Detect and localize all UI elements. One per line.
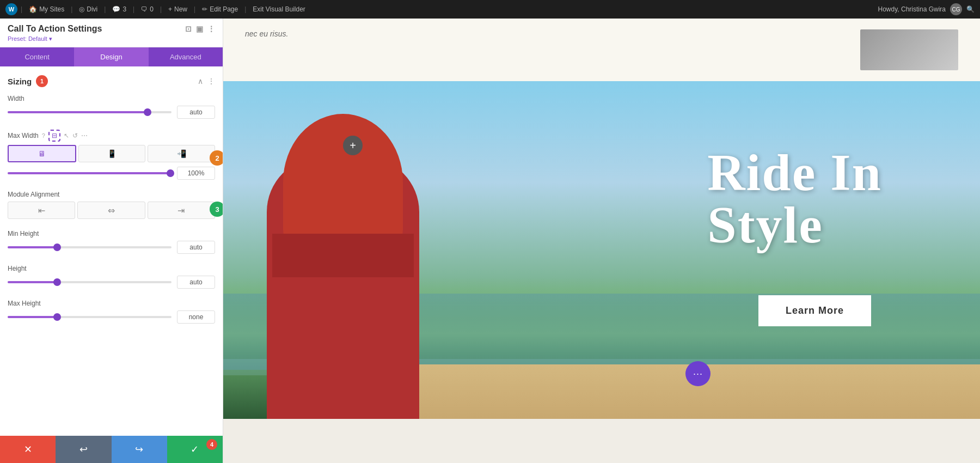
minimize-icon[interactable]: ⊡ xyxy=(185,25,192,33)
nav-divider-1: | xyxy=(21,5,22,13)
max-width-label-row: Max Width ? ⊟ ↖ ↺ ⋯ xyxy=(8,130,215,142)
step-badge-2: 2 xyxy=(210,150,223,166)
nav-divider-4: | xyxy=(133,5,134,13)
redo-button[interactable]: ↪ xyxy=(112,436,167,463)
user-avatar[interactable]: CG xyxy=(950,3,962,15)
hero-title-line1: Ride In xyxy=(707,147,882,199)
sidebar-title-icons: ⊡ ▣ ⋮ xyxy=(185,25,215,33)
max-height-slider-row: none xyxy=(8,310,215,324)
settings-tabs: Content Design Advanced xyxy=(0,47,223,66)
module-alignment-label: Module Alignment xyxy=(8,191,215,198)
hero-title-block: Ride In Style xyxy=(707,147,882,251)
canvas-top-text: nec eu risus. xyxy=(245,29,288,38)
wordpress-icon[interactable]: W xyxy=(5,3,17,15)
nav-new[interactable]: + New xyxy=(165,5,191,13)
notice-icon: 🗨 xyxy=(141,5,148,13)
comment-icon: 💬 xyxy=(112,5,120,13)
divi-icon: ◎ xyxy=(79,5,84,13)
width-slider-row: auto xyxy=(8,106,215,119)
sidebar-header: Call To Action Settings ⊡ ▣ ⋮ Preset: De… xyxy=(0,19,223,47)
nav-comments[interactable]: 💬 3 xyxy=(109,5,130,13)
align-center-btn[interactable]: ⇔ xyxy=(77,202,145,219)
responsive-mobile-btn[interactable]: 📲 xyxy=(148,145,215,162)
top-nav-right: Howdy, Christina Gwira CG 🔍 xyxy=(878,3,975,15)
max-width-field: Max Width ? ⊟ ↖ ↺ ⋯ 🖥 📱 📲 xyxy=(8,130,215,180)
max-height-slider-track[interactable] xyxy=(8,316,171,318)
max-width-reset-btn[interactable]: ↺ xyxy=(72,132,78,139)
section-actions: ∧ ⋮ xyxy=(198,77,215,86)
save-button[interactable]: ✓ 4 xyxy=(167,436,223,463)
section-options-button[interactable]: ··· xyxy=(685,361,710,386)
max-width-slider-row: 100% xyxy=(8,167,215,180)
max-width-more-btn[interactable]: ⋯ xyxy=(81,132,88,139)
nav-divider-3: | xyxy=(104,5,106,13)
expand-icon[interactable]: ▣ xyxy=(196,25,203,33)
nav-notices[interactable]: 🗨 0 xyxy=(138,5,157,13)
settings-sidebar: Call To Action Settings ⊡ ▣ ⋮ Preset: De… xyxy=(0,19,223,463)
tab-design[interactable]: Design xyxy=(74,47,148,66)
height-slider-track[interactable] xyxy=(8,281,171,283)
width-slider-track[interactable] xyxy=(8,111,171,113)
min-height-value[interactable]: auto xyxy=(177,241,215,254)
nav-exit-builder[interactable]: Exit Visual Builder xyxy=(249,5,309,13)
hero-title-line2: Style xyxy=(707,199,882,251)
nav-divider-7: | xyxy=(244,5,246,13)
nav-divider-2: | xyxy=(71,5,72,13)
preset-label: Preset: Default xyxy=(8,35,47,42)
tab-content[interactable]: Content xyxy=(0,47,74,66)
width-value[interactable]: auto xyxy=(177,106,215,119)
max-height-value[interactable]: none xyxy=(177,310,215,324)
min-height-label: Min Height xyxy=(8,230,215,237)
module-alignment-field: Module Alignment ⇤ ⇔ ⇥ 3 xyxy=(8,191,215,219)
more-options-icon[interactable]: ⋮ xyxy=(207,25,215,33)
width-label: Width xyxy=(8,95,215,102)
height-value[interactable]: auto xyxy=(177,276,215,289)
add-content-button[interactable]: + xyxy=(343,136,363,155)
height-field: Height auto xyxy=(8,265,215,289)
align-right-btn[interactable]: ⇥ xyxy=(148,202,215,219)
section-more-icon[interactable]: ⋮ xyxy=(207,77,215,86)
max-width-value[interactable]: 100% xyxy=(177,167,215,180)
responsive-tablet-btn[interactable]: 📱 xyxy=(78,145,146,162)
top-nav-left: W | 🏠 My Sites | ◎ Divi | 💬 3 | 🗨 0 | + … xyxy=(5,3,875,15)
align-left-btn[interactable]: ⇤ xyxy=(8,202,75,219)
nav-divider-6: | xyxy=(194,5,195,13)
plus-icon: + xyxy=(350,139,356,152)
max-width-label: Max Width xyxy=(8,132,39,139)
edit-icon: ✏ xyxy=(202,5,207,13)
cancel-button[interactable]: ✕ xyxy=(0,436,56,463)
alignment-buttons: ⇤ ⇔ ⇥ xyxy=(8,202,215,219)
min-height-slider-track[interactable] xyxy=(8,246,171,248)
canvas-top-section: nec eu risus. xyxy=(223,19,980,81)
red-figure-detail xyxy=(272,234,414,277)
settings-title: Call To Action Settings xyxy=(8,24,102,34)
min-height-field: Min Height auto xyxy=(8,230,215,254)
collapse-icon[interactable]: ∧ xyxy=(198,77,203,86)
undo-button[interactable]: ↩ xyxy=(56,436,111,463)
save-badge: 4 xyxy=(206,439,217,450)
undo-icon: ↩ xyxy=(79,443,88,455)
preset-selector[interactable]: Preset: Default ▾ xyxy=(8,35,215,42)
max-width-slider-track[interactable] xyxy=(8,172,171,174)
redo-icon: ↪ xyxy=(135,443,143,455)
learn-more-button[interactable]: Learn More xyxy=(758,295,871,326)
page-canvas: nec eu risus. + Ride In Style xyxy=(223,19,980,463)
max-width-help-icon[interactable]: ? xyxy=(42,132,45,139)
sizing-section-header: Sizing 1 ∧ ⋮ xyxy=(8,75,215,87)
responsive-row: 🖥 📱 📲 xyxy=(8,145,215,162)
search-icon[interactable]: 🔍 xyxy=(966,5,975,13)
sizing-section-title: Sizing 1 xyxy=(8,75,48,87)
nav-edit-page[interactable]: ✏ Edit Page xyxy=(199,5,241,13)
user-label: Howdy, Christina Gwira xyxy=(878,5,946,13)
save-icon: ✓ xyxy=(191,443,199,455)
responsive-desktop-btn[interactable]: 🖥 xyxy=(8,145,76,162)
tab-advanced[interactable]: Advanced xyxy=(149,47,223,66)
main-area: Call To Action Settings ⊡ ▣ ⋮ Preset: De… xyxy=(0,19,980,463)
boat-element xyxy=(343,364,980,419)
nav-divi[interactable]: ◎ Divi xyxy=(76,5,101,13)
max-width-cursor-btn[interactable]: ↖ xyxy=(64,132,69,139)
nav-my-sites[interactable]: 🏠 My Sites xyxy=(26,5,68,13)
cancel-icon: ✕ xyxy=(24,443,32,455)
max-width-link-icon[interactable]: ⊟ xyxy=(48,130,60,142)
hero-section: + Ride In Style Learn More ··· xyxy=(223,81,980,419)
